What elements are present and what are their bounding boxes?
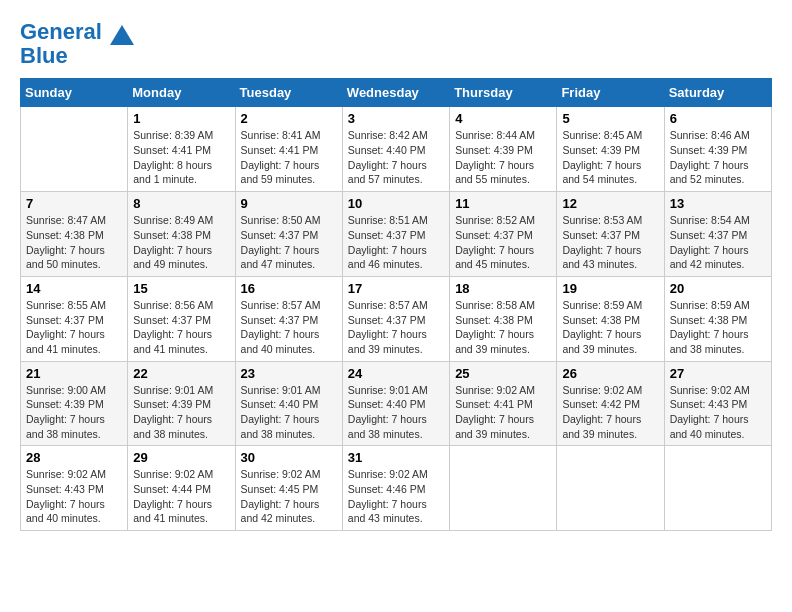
logo-text: General Blue — [20, 19, 102, 68]
weekday-header-monday: Monday — [128, 79, 235, 107]
day-number: 7 — [26, 196, 122, 211]
day-number: 10 — [348, 196, 444, 211]
day-number: 6 — [670, 111, 766, 126]
day-number: 17 — [348, 281, 444, 296]
day-number: 11 — [455, 196, 551, 211]
day-info: Sunrise: 9:02 AMSunset: 4:46 PMDaylight:… — [348, 467, 444, 526]
day-number: 24 — [348, 366, 444, 381]
day-info: Sunrise: 8:44 AMSunset: 4:39 PMDaylight:… — [455, 128, 551, 187]
day-info: Sunrise: 9:02 AMSunset: 4:44 PMDaylight:… — [133, 467, 229, 526]
calendar-cell: 31Sunrise: 9:02 AMSunset: 4:46 PMDayligh… — [342, 446, 449, 531]
day-info: Sunrise: 8:51 AMSunset: 4:37 PMDaylight:… — [348, 213, 444, 272]
calendar-cell: 10Sunrise: 8:51 AMSunset: 4:37 PMDayligh… — [342, 192, 449, 277]
weekday-header-friday: Friday — [557, 79, 664, 107]
weekday-header-thursday: Thursday — [450, 79, 557, 107]
calendar-cell — [557, 446, 664, 531]
day-info: Sunrise: 8:46 AMSunset: 4:39 PMDaylight:… — [670, 128, 766, 187]
day-info: Sunrise: 8:59 AMSunset: 4:38 PMDaylight:… — [670, 298, 766, 357]
weekday-header-wednesday: Wednesday — [342, 79, 449, 107]
day-number: 27 — [670, 366, 766, 381]
day-number: 3 — [348, 111, 444, 126]
calendar-cell: 17Sunrise: 8:57 AMSunset: 4:37 PMDayligh… — [342, 276, 449, 361]
logo: General Blue — [20, 20, 136, 68]
day-info: Sunrise: 9:02 AMSunset: 4:41 PMDaylight:… — [455, 383, 551, 442]
calendar-cell: 24Sunrise: 9:01 AMSunset: 4:40 PMDayligh… — [342, 361, 449, 446]
calendar-cell: 14Sunrise: 8:55 AMSunset: 4:37 PMDayligh… — [21, 276, 128, 361]
weekday-header-saturday: Saturday — [664, 79, 771, 107]
calendar-cell: 11Sunrise: 8:52 AMSunset: 4:37 PMDayligh… — [450, 192, 557, 277]
calendar-cell: 2Sunrise: 8:41 AMSunset: 4:41 PMDaylight… — [235, 107, 342, 192]
day-number: 25 — [455, 366, 551, 381]
day-number: 13 — [670, 196, 766, 211]
day-number: 31 — [348, 450, 444, 465]
calendar-cell: 16Sunrise: 8:57 AMSunset: 4:37 PMDayligh… — [235, 276, 342, 361]
calendar-cell: 7Sunrise: 8:47 AMSunset: 4:38 PMDaylight… — [21, 192, 128, 277]
calendar-cell: 28Sunrise: 9:02 AMSunset: 4:43 PMDayligh… — [21, 446, 128, 531]
day-info: Sunrise: 8:49 AMSunset: 4:38 PMDaylight:… — [133, 213, 229, 272]
calendar-cell: 5Sunrise: 8:45 AMSunset: 4:39 PMDaylight… — [557, 107, 664, 192]
day-number: 29 — [133, 450, 229, 465]
day-info: Sunrise: 8:55 AMSunset: 4:37 PMDaylight:… — [26, 298, 122, 357]
calendar-cell: 15Sunrise: 8:56 AMSunset: 4:37 PMDayligh… — [128, 276, 235, 361]
calendar-cell: 29Sunrise: 9:02 AMSunset: 4:44 PMDayligh… — [128, 446, 235, 531]
calendar-cell: 19Sunrise: 8:59 AMSunset: 4:38 PMDayligh… — [557, 276, 664, 361]
day-info: Sunrise: 9:01 AMSunset: 4:40 PMDaylight:… — [348, 383, 444, 442]
calendar-cell: 18Sunrise: 8:58 AMSunset: 4:38 PMDayligh… — [450, 276, 557, 361]
weekday-header-sunday: Sunday — [21, 79, 128, 107]
day-info: Sunrise: 8:52 AMSunset: 4:37 PMDaylight:… — [455, 213, 551, 272]
day-info: Sunrise: 9:00 AMSunset: 4:39 PMDaylight:… — [26, 383, 122, 442]
day-info: Sunrise: 8:57 AMSunset: 4:37 PMDaylight:… — [241, 298, 337, 357]
page-header: General Blue — [20, 20, 772, 68]
day-number: 16 — [241, 281, 337, 296]
day-info: Sunrise: 9:01 AMSunset: 4:40 PMDaylight:… — [241, 383, 337, 442]
calendar-cell: 8Sunrise: 8:49 AMSunset: 4:38 PMDaylight… — [128, 192, 235, 277]
day-info: Sunrise: 8:41 AMSunset: 4:41 PMDaylight:… — [241, 128, 337, 187]
calendar-cell: 27Sunrise: 9:02 AMSunset: 4:43 PMDayligh… — [664, 361, 771, 446]
day-number: 12 — [562, 196, 658, 211]
day-number: 9 — [241, 196, 337, 211]
day-number: 4 — [455, 111, 551, 126]
calendar-cell: 22Sunrise: 9:01 AMSunset: 4:39 PMDayligh… — [128, 361, 235, 446]
day-number: 2 — [241, 111, 337, 126]
calendar-cell: 3Sunrise: 8:42 AMSunset: 4:40 PMDaylight… — [342, 107, 449, 192]
day-info: Sunrise: 8:47 AMSunset: 4:38 PMDaylight:… — [26, 213, 122, 272]
day-info: Sunrise: 8:58 AMSunset: 4:38 PMDaylight:… — [455, 298, 551, 357]
day-info: Sunrise: 8:45 AMSunset: 4:39 PMDaylight:… — [562, 128, 658, 187]
day-info: Sunrise: 8:59 AMSunset: 4:38 PMDaylight:… — [562, 298, 658, 357]
day-info: Sunrise: 8:53 AMSunset: 4:37 PMDaylight:… — [562, 213, 658, 272]
calendar-cell: 26Sunrise: 9:02 AMSunset: 4:42 PMDayligh… — [557, 361, 664, 446]
day-info: Sunrise: 8:54 AMSunset: 4:37 PMDaylight:… — [670, 213, 766, 272]
day-number: 19 — [562, 281, 658, 296]
calendar-cell: 20Sunrise: 8:59 AMSunset: 4:38 PMDayligh… — [664, 276, 771, 361]
day-number: 28 — [26, 450, 122, 465]
day-number: 22 — [133, 366, 229, 381]
day-number: 15 — [133, 281, 229, 296]
calendar-cell: 30Sunrise: 9:02 AMSunset: 4:45 PMDayligh… — [235, 446, 342, 531]
day-info: Sunrise: 9:02 AMSunset: 4:42 PMDaylight:… — [562, 383, 658, 442]
day-number: 1 — [133, 111, 229, 126]
calendar-cell: 13Sunrise: 8:54 AMSunset: 4:37 PMDayligh… — [664, 192, 771, 277]
weekday-header-tuesday: Tuesday — [235, 79, 342, 107]
day-info: Sunrise: 8:56 AMSunset: 4:37 PMDaylight:… — [133, 298, 229, 357]
day-number: 23 — [241, 366, 337, 381]
calendar-cell: 25Sunrise: 9:02 AMSunset: 4:41 PMDayligh… — [450, 361, 557, 446]
day-info: Sunrise: 9:02 AMSunset: 4:43 PMDaylight:… — [26, 467, 122, 526]
day-info: Sunrise: 8:50 AMSunset: 4:37 PMDaylight:… — [241, 213, 337, 272]
day-number: 5 — [562, 111, 658, 126]
calendar-cell: 4Sunrise: 8:44 AMSunset: 4:39 PMDaylight… — [450, 107, 557, 192]
day-number: 18 — [455, 281, 551, 296]
calendar-cell: 6Sunrise: 8:46 AMSunset: 4:39 PMDaylight… — [664, 107, 771, 192]
day-number: 20 — [670, 281, 766, 296]
logo-icon — [108, 23, 136, 51]
day-info: Sunrise: 9:02 AMSunset: 4:43 PMDaylight:… — [670, 383, 766, 442]
calendar-table: SundayMondayTuesdayWednesdayThursdayFrid… — [20, 78, 772, 531]
day-number: 30 — [241, 450, 337, 465]
day-number: 21 — [26, 366, 122, 381]
day-info: Sunrise: 8:57 AMSunset: 4:37 PMDaylight:… — [348, 298, 444, 357]
calendar-cell — [664, 446, 771, 531]
calendar-cell: 1Sunrise: 8:39 AMSunset: 4:41 PMDaylight… — [128, 107, 235, 192]
day-number: 8 — [133, 196, 229, 211]
calendar-cell: 21Sunrise: 9:00 AMSunset: 4:39 PMDayligh… — [21, 361, 128, 446]
day-info: Sunrise: 9:02 AMSunset: 4:45 PMDaylight:… — [241, 467, 337, 526]
day-info: Sunrise: 8:39 AMSunset: 4:41 PMDaylight:… — [133, 128, 229, 187]
